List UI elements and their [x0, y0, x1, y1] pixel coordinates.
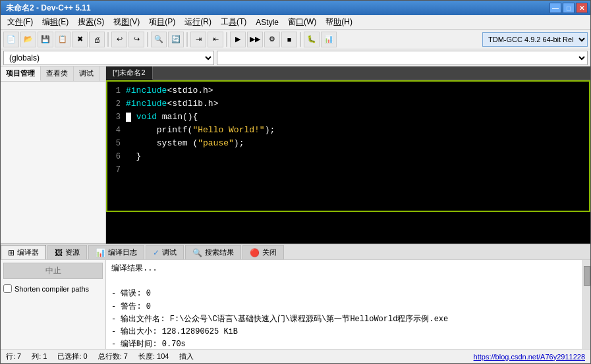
- menu-search[interactable]: 搜索(S): [74, 15, 108, 29]
- output-blank: [111, 275, 577, 288]
- compile-button[interactable]: ▶: [230, 32, 246, 47]
- status-link[interactable]: https://blog.csdn.net/A76y2911228: [474, 353, 585, 361]
- resource-tab-label: 资源: [65, 247, 80, 257]
- output-line-0: - 错误: 0: [111, 288, 577, 300]
- editor-area: [*]未命名2 1 #include<stdio.h> 2 #include<s…: [106, 66, 590, 244]
- run-button[interactable]: ▶▶: [247, 32, 263, 47]
- stop-button[interactable]: ■: [281, 32, 297, 47]
- close-file-button[interactable]: ✖: [72, 32, 88, 47]
- close-tab-label: 关闭: [262, 247, 277, 257]
- save-button[interactable]: 💾: [38, 32, 53, 47]
- print-button[interactable]: 🖨: [89, 32, 105, 47]
- undo-button[interactable]: ↩: [111, 32, 127, 47]
- unindent-button[interactable]: ⇤: [208, 32, 223, 47]
- output-line-3: - 输出大小: 128.12890625 KiB: [111, 326, 577, 338]
- editor-tab-file[interactable]: [*]未命名2: [106, 66, 153, 80]
- shorten-paths-checkbox[interactable]: [3, 284, 12, 293]
- bottom-tab-close[interactable]: 🔴 关闭: [242, 245, 284, 259]
- code-line-6: 6 }: [107, 150, 589, 163]
- close-button[interactable]: ✕: [576, 3, 588, 13]
- bottom-content: 中止 Shorten compiler paths 编译结果... - 错误: …: [1, 260, 590, 349]
- sep4: [226, 32, 227, 47]
- sep5: [300, 32, 301, 47]
- sidebar-tab-debug[interactable]: 调试: [74, 66, 99, 81]
- code-editor[interactable]: 1 #include<stdio.h> 2 #include<stdlib.h>…: [106, 80, 590, 212]
- compile-run-button[interactable]: ⚙: [264, 32, 280, 47]
- window-controls: — □ ✕: [549, 3, 588, 13]
- profile-button[interactable]: 📊: [321, 32, 337, 47]
- debug-tab-label: 调试: [162, 247, 177, 257]
- bottom-tab-debug[interactable]: ✓ 调试: [146, 245, 184, 259]
- minimize-button[interactable]: —: [549, 3, 561, 13]
- code-line-7: 7: [107, 163, 589, 176]
- sidebar-tab-class[interactable]: 查看类: [41, 66, 74, 81]
- log-tab-icon: 📊: [96, 248, 105, 257]
- code-line-2: 2 #include<stdlib.h>: [107, 97, 589, 111]
- new-button[interactable]: 📄: [3, 32, 19, 47]
- search-button[interactable]: 🔍: [151, 32, 167, 47]
- toolbar: 📄 📂 💾 📋 ✖ 🖨 ↩ ↪ 🔍 🔄 ⇥ ⇤ ▶ ▶▶ ⚙ ■ 🐛 📊 TDM…: [1, 30, 590, 49]
- menu-view[interactable]: 视图(V): [109, 15, 144, 29]
- status-mode: 插入: [179, 351, 194, 361]
- status-bar: 行: 7 列: 1 已选择: 0 总行数: 7 长度: 104 插入 https…: [1, 349, 590, 363]
- output-scrollbar[interactable]: [582, 260, 590, 349]
- sep2: [147, 32, 148, 47]
- left-sidebar: 项目管理 查看类 调试: [1, 66, 106, 244]
- sidebar-tab-bar: 项目管理 查看类 调试: [1, 66, 105, 82]
- status-row: 行: 7: [6, 351, 21, 361]
- search-tab-label: 搜索结果: [205, 247, 234, 257]
- menu-edit[interactable]: 编辑(E): [38, 15, 72, 29]
- middle-area: 项目管理 查看类 调试 [*]未命名2 1 #include<stdio.h>: [1, 66, 590, 349]
- status-selected: 已选择: 0: [57, 351, 87, 361]
- compile-output: 编译结果... - 错误: 0 - 警告: 0 - 输出文件名: F:\公众号\…: [111, 263, 577, 349]
- menu-window[interactable]: 窗口(W): [284, 15, 320, 29]
- output-line-1: - 警告: 0: [111, 301, 577, 313]
- menu-project[interactable]: 项目(P): [145, 15, 179, 29]
- status-length: 长度: 104: [138, 351, 169, 361]
- menu-run[interactable]: 运行(R): [181, 15, 215, 29]
- compiler-tab-icon: ⊞: [8, 248, 14, 257]
- bottom-tab-bar: ⊞ 编译器 🖼 资源 📊 编译日志 ✓ 调试 🔍 搜索结果: [1, 244, 590, 260]
- sep3: [186, 32, 188, 47]
- bottom-tab-search[interactable]: 🔍 搜索结果: [185, 245, 241, 259]
- search-tab-icon: 🔍: [192, 248, 202, 257]
- code-line-4: 4 printf("Hello World!");: [107, 124, 589, 137]
- menu-tools[interactable]: 工具(T): [217, 15, 250, 29]
- open-button[interactable]: 📂: [20, 32, 36, 47]
- code-line-5: 5 system ("pause");: [107, 137, 589, 150]
- window-title: 未命名2 - Dev-C++ 5.11: [3, 3, 549, 14]
- bottom-tab-compiler[interactable]: ⊞ 编译器: [1, 245, 46, 259]
- maximize-button[interactable]: □: [563, 3, 575, 13]
- menu-bar: 文件(F) 编辑(E) 搜索(S) 视图(V) 项目(P) 运行(R) 工具(T…: [1, 15, 590, 30]
- scope-dropdown[interactable]: (globals): [3, 51, 214, 65]
- bottom-left-panel: 中止 Shorten compiler paths: [1, 260, 106, 349]
- editor-dark-area: [106, 212, 590, 244]
- globals-bar: (globals): [1, 49, 590, 66]
- app-window: 未命名2 - Dev-C++ 5.11 — □ ✕ 文件(F) 编辑(E) 搜索…: [0, 0, 591, 364]
- redo-button[interactable]: ↪: [128, 32, 144, 47]
- menu-astyle[interactable]: AStyle: [252, 16, 283, 28]
- sidebar-tab-project[interactable]: 项目管理: [1, 66, 41, 81]
- stop-compile-button[interactable]: 中止: [3, 263, 103, 279]
- indent-button[interactable]: ⇥: [190, 32, 206, 47]
- replace-button[interactable]: 🔄: [168, 32, 184, 47]
- debug-button[interactable]: 🐛: [304, 32, 320, 47]
- output-line-2: - 输出文件名: F:\公众号\C语言\基础快速入门\课程源码\第一节Hello…: [111, 313, 577, 326]
- status-total-lines: 总行数: 7: [98, 351, 128, 361]
- debug-tab-icon: ✓: [153, 248, 159, 257]
- function-dropdown[interactable]: [217, 51, 588, 65]
- scrollbar-thumb[interactable]: [584, 266, 590, 286]
- menu-file[interactable]: 文件(F): [3, 15, 37, 29]
- bottom-tab-log[interactable]: 📊 编译日志: [88, 245, 144, 259]
- shorten-paths-label: Shorten compiler paths: [14, 285, 89, 293]
- save-all-button[interactable]: 📋: [55, 32, 70, 47]
- output-title: 编译结果...: [111, 263, 577, 275]
- sep1: [107, 32, 109, 47]
- bottom-panel: ⊞ 编译器 🖼 资源 📊 编译日志 ✓ 调试 🔍 搜索结果: [1, 244, 590, 349]
- menu-help[interactable]: 帮助(H): [322, 15, 356, 29]
- compile-output-area: 编译结果... - 错误: 0 - 警告: 0 - 输出文件名: F:\公众号\…: [106, 260, 582, 349]
- compiler-dropdown[interactable]: TDM-GCC 4.9.2 64-bit Releas: [482, 32, 588, 47]
- bottom-tab-resource[interactable]: 🖼 资源: [47, 245, 87, 259]
- code-line-3: 3 void main(){: [107, 111, 589, 124]
- editor-sidebar-area: 项目管理 查看类 调试 [*]未命名2 1 #include<stdio.h>: [1, 66, 590, 244]
